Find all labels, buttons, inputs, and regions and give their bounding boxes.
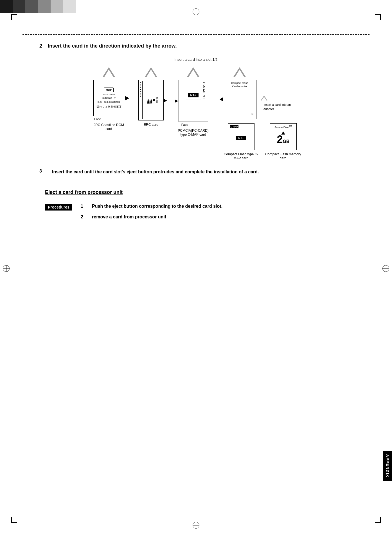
eject-step-2: 2 remove a card from processor unit (81, 214, 370, 220)
erc-caption: ERC card (144, 123, 158, 127)
color-bar (0, 0, 84, 13)
cf-in-label: IN (251, 113, 253, 115)
corner-mark-tr (375, 14, 381, 20)
step3-row: 3 Insert the card until the card slot's … (39, 169, 370, 175)
procedures-badge: Procedures (45, 204, 72, 211)
cf-memory-triangle (281, 131, 285, 135)
cf-cmap-badge: NT+ (236, 136, 246, 140)
eject-step2-text: remove a card from processor unit (92, 214, 370, 220)
cf-adapter-text1: Compact Flash (231, 82, 248, 85)
erc-japanese: R-200 電子海図診療図 ★一次・修・位置・方位 ★一次・完全修補位置確認 (147, 97, 158, 103)
erc-card-box: ★★★★★★★ R-200 電子海図診療図 ★一次・修・位置・方位 ★一次・完全… (138, 80, 164, 120)
cf-cmap-card: C-MAP NT+ (228, 123, 254, 150)
erc-arrow-up (145, 67, 157, 77)
reg-mark-top (193, 8, 199, 15)
cf-adapter-arrow (220, 97, 223, 102)
jrc-arrow-right: ▶ (125, 95, 129, 101)
reg-mark-bottom (193, 522, 199, 529)
swatch-4 (38, 0, 51, 13)
cf-cmap-line2 (233, 143, 249, 143)
procedures-steps: 1 Push the eject button corresponding to… (81, 204, 370, 225)
eject-step-1: 1 Push the eject button corresponding to… (81, 204, 370, 209)
cf-memory-caption: Compact Flash memory card (265, 152, 301, 160)
insert-adapter-text: Insert a card into an adapter (263, 103, 294, 111)
eject-section-title: Eject a card from processor unit (45, 189, 370, 195)
swatch-3 (25, 0, 38, 13)
jrc-logo: JRC (104, 88, 114, 92)
jrc-card-item: 北東海岸線ＲＯＭ図 東図(1)聖重重図：索引 ぷ一存船跡創集 MMW219-00… (91, 67, 127, 131)
cf-size-display: 2 GB (277, 134, 289, 145)
eject-step1-number: 1 (81, 204, 92, 209)
insert-adapter-col: Insert a card into an adapter (261, 67, 294, 111)
page: 2 Insert the card in the direction indic… (0, 0, 392, 537)
cards-diagram: 北東海岸線ＲＯＭ図 東図(1)聖重重図：索引 ぷ一存船跡創集 MMW219-00… (22, 67, 370, 160)
jrc-line2: 東図(1)聖重重図：索引 (97, 100, 120, 104)
pcmcia-nt-badge: NT+ (188, 93, 198, 97)
procedures-row: Procedures 1 Push the eject button corre… (45, 204, 370, 225)
swatch-2 (13, 0, 25, 13)
swatch-6 (63, 0, 76, 13)
swatch-5 (51, 0, 63, 13)
cf-cmap-caption: Compact Flash type C-MAP card (223, 152, 259, 160)
eject-step2-number: 2 (81, 214, 92, 220)
jrc-face-label: Face (94, 117, 101, 121)
jrc-line4: MMW219-000 (103, 93, 115, 95)
pcmcia-arrow-up (187, 67, 199, 77)
pcmcia-face-label: Face (181, 123, 188, 126)
cf-cmap-item: C-MAP NT+ Compact Flash type C-MAP card (223, 123, 259, 160)
insert-arrow-up (261, 95, 267, 100)
jrc-line3: ぷ一存船跡創集 (102, 97, 116, 99)
diagram-label: Insert a card into a slot 1/2 (22, 57, 370, 62)
reg-mark-left (3, 265, 10, 272)
cf-cmap-top-label: C-MAP (229, 125, 253, 129)
erc-card-item: ★★★★★★★ R-200 電子海図診療図 ★一次・修・位置・方位 ★一次・完全… (138, 67, 164, 127)
cf-adapter-row: Compact Flash Card Adapter IN Insert a (223, 67, 294, 119)
pcmcia-line2 (186, 101, 201, 101)
corner-mark-tl (11, 14, 17, 20)
jrc-line1: 北東海岸線ＲＯＭ図 (96, 105, 121, 108)
right-col: Compact Flash Card Adapter IN Insert a (223, 67, 301, 160)
step3-number: 3 (39, 169, 52, 175)
cf-adapter-text2: Card Adapter (232, 85, 247, 88)
step2-heading: 2 Insert the card in the direction indic… (39, 43, 370, 49)
erc-side-text: ★★★★★★★ (140, 81, 143, 119)
jrc-arrow-up (103, 67, 115, 77)
reg-mark-right (382, 265, 389, 272)
appendix-tab: APPENDIX (383, 451, 392, 481)
jrc-card-box: 北東海岸線ＲＯＭ図 東図(1)聖重重図：索引 ぷ一存船跡創集 MMW219-00… (93, 80, 124, 116)
eject-step1-text: Push the eject button corresponding to t… (92, 204, 370, 209)
cf-memory-brand: CompactFlashTM (271, 125, 295, 128)
cf-size-unit: GB (283, 139, 290, 144)
cmap-label: C-MAP NT (202, 82, 206, 99)
pcmcia-arrow-left: ▶ (175, 99, 178, 103)
cf-memory-card: CompactFlashTM 2 GB (270, 123, 297, 150)
pcmcia-line1 (186, 100, 201, 100)
pcmcia-card-box: C-MAP NT ▶ NT+ (179, 80, 208, 122)
cf-cmap-line1 (233, 142, 249, 142)
corner-mark-br (375, 517, 381, 523)
jrc-card-inner: 北東海岸線ＲＯＭ図 東図(1)聖重重図：索引 ぷ一存船跡創集 MMW219-00… (96, 88, 121, 108)
step3-text: Insert the card until the card slot's ej… (52, 169, 259, 175)
cf-adapter-col: Compact Flash Card Adapter IN (223, 67, 256, 119)
dashed-divider (22, 34, 370, 35)
cf-adapter-box: Compact Flash Card Adapter IN (223, 80, 256, 119)
pcmcia-card-item: C-MAP NT ▶ NT+ Face PCMCIA(PC-CARD) type… (175, 67, 211, 137)
cf-arrow-up (233, 67, 246, 77)
cf-memory-item: CompactFlashTM 2 GB Compact Flash memory… (265, 123, 301, 160)
erc-arrow-right: ▶ (163, 97, 167, 103)
cf-bottom-row: C-MAP NT+ Compact Flash type C-MAP card (223, 123, 301, 160)
cf-size-number: 2 (277, 134, 283, 145)
pcmcia-caption: PCMCIA(PC-CARD) type C-MAP card (175, 129, 211, 137)
erc-inner: ★★★★★★★ R-200 電子海図診療図 ★一次・修・位置・方位 ★一次・完全… (140, 81, 162, 119)
swatch-1 (0, 0, 13, 13)
erc-main-text: R-200 電子海図診療図 ★一次・修・位置・方位 ★一次・完全修補位置確認 (143, 81, 162, 119)
corner-mark-bl (11, 517, 17, 523)
jrc-caption: JRC Coastline ROM card (91, 123, 127, 131)
